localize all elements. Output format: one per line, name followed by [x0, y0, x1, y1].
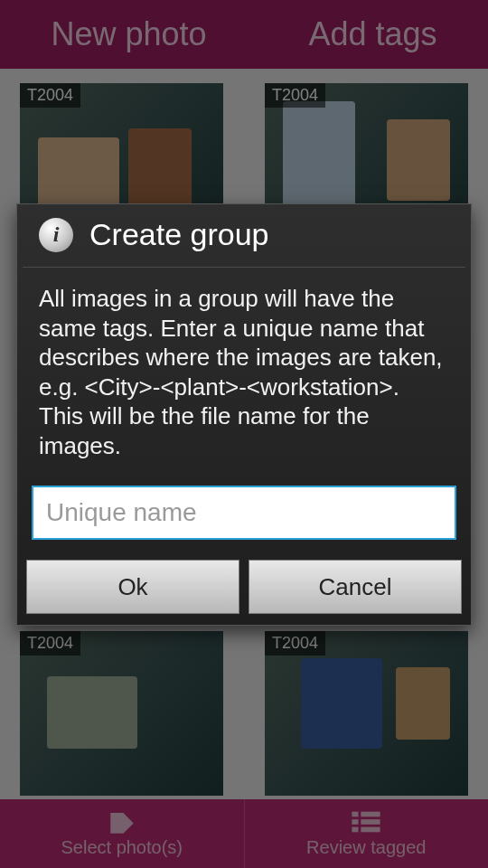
dialog-header: i Create group: [23, 204, 465, 268]
create-group-dialog: i Create group All images in a group wil…: [16, 203, 472, 626]
ok-button[interactable]: Ok: [26, 560, 239, 614]
dialog-body-text: All images in a group will have the same…: [17, 268, 471, 486]
cancel-button[interactable]: Cancel: [249, 560, 462, 614]
dialog-title: Create group: [89, 217, 268, 252]
unique-name-input[interactable]: [32, 486, 456, 540]
info-icon: i: [39, 218, 73, 252]
